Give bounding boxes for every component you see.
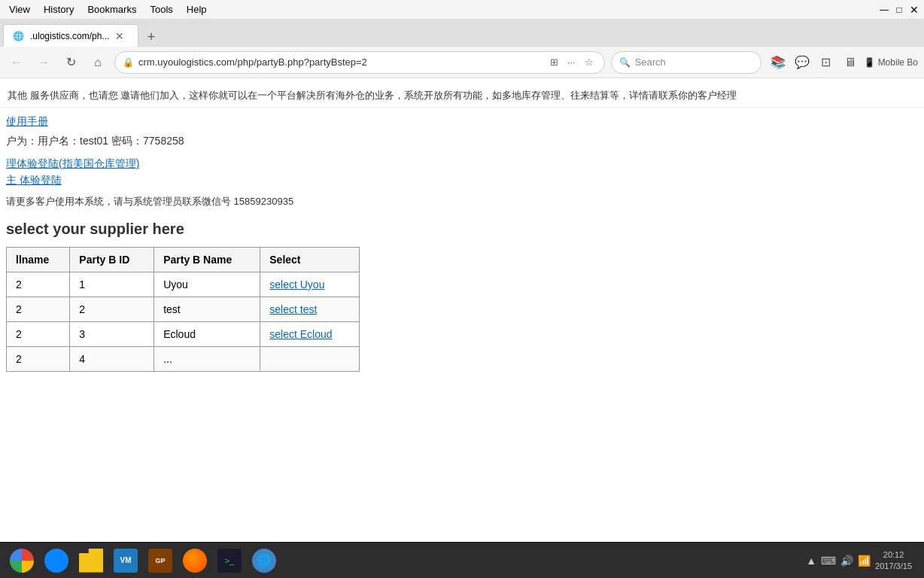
network-icon: 🌐 — [252, 549, 276, 573]
cell-party-b-id: 2 — [70, 297, 154, 322]
table-row: 23Ecloudselect Ecloud — [7, 322, 360, 347]
select-link[interactable]: select test — [269, 303, 317, 315]
table-row: 22testselect test — [7, 297, 360, 322]
cell-party-b-id: 4 — [70, 347, 154, 372]
menu-tools[interactable]: Tools — [144, 2, 178, 17]
col-party-b-name: Party B Name — [154, 248, 260, 272]
cell-party-b-id: 1 — [70, 272, 154, 297]
cell-party-b-name: test — [154, 297, 260, 322]
tab-close-button[interactable]: ✕ — [115, 30, 124, 42]
account-info: 户为：用户名：test01 密码：7758258 — [6, 135, 918, 148]
minimize-button[interactable]: — — [877, 3, 891, 17]
tray-keyboard-icon[interactable]: ⌨ — [821, 555, 836, 567]
main-content: 使用手册 户为：用户名：test01 密码：7758258 理体验登陆(指美国仓… — [0, 108, 924, 379]
taskbar: VM GP >_ 🌐 ▲ ⌨ 🔊 📶 20:12 2017/3/15 — [0, 542, 924, 578]
cell-select — [260, 347, 360, 372]
mobile-icon: 📱 — [864, 57, 875, 68]
chrome-icon — [10, 549, 34, 573]
files-icon — [79, 549, 103, 573]
taskbar-tray: ▲ ⌨ 🔊 📶 20:12 2017/3/15 — [800, 549, 918, 571]
cell-llname: 2 — [7, 297, 70, 322]
cell-select: select Ecloud — [260, 322, 360, 347]
app-gimp[interactable]: GP — [144, 545, 176, 576]
nav-extras: 📚 💬 ⊡ 🖥 📱 Mobile Bo — [767, 52, 918, 73]
terminal-icon: >_ — [217, 549, 242, 573]
mobile-bo-text: Mobile Bo — [878, 57, 918, 68]
menu-help[interactable]: Help — [181, 2, 213, 17]
home-button[interactable]: ⌂ — [87, 52, 108, 73]
back-button[interactable]: ← — [6, 52, 27, 73]
banner-text: 其他 服务供应商，也请您 邀请他们加入，这样你就可以在一个平台解决所有海外仓的业… — [0, 89, 744, 102]
close-button[interactable]: ✕ — [907, 3, 921, 17]
page-content: 其他 服务供应商，也请您 邀请他们加入，这样你就可以在一个平台解决所有海外仓的业… — [0, 78, 924, 542]
bookmark-icon[interactable]: ☆ — [582, 55, 597, 69]
screen-icon[interactable]: 🖥 — [840, 52, 861, 73]
forward-button[interactable]: → — [33, 52, 54, 73]
user-manual-link[interactable]: 使用手册 — [6, 115, 918, 129]
select-link[interactable]: select Ecloud — [269, 328, 332, 340]
firefox-icon — [183, 549, 207, 573]
menu-history[interactable]: History — [38, 2, 80, 17]
tab-favicon: 🌐 — [13, 31, 24, 41]
mobile-bo-label: 📱 Mobile Bo — [864, 57, 918, 68]
library-icon[interactable]: 📚 — [767, 52, 789, 73]
select-link[interactable]: select Uyou — [269, 278, 324, 291]
nav-bar: ← → ↻ ⌂ 🔒 crm.uyoulogistics.com/php/part… — [0, 47, 924, 78]
banner: 其他 服务供应商，也请您 邀请他们加入，这样你就可以在一个平台解决所有海外仓的业… — [0, 84, 924, 108]
more-icon[interactable]: ··· — [564, 55, 579, 69]
cell-party-b-name: Uyou — [154, 272, 260, 297]
reload-button[interactable]: ↻ — [60, 52, 81, 73]
cell-party-b-name: Ecloud — [154, 322, 260, 347]
col-llname: llname — [7, 248, 70, 272]
search-icon: 🔍 — [619, 57, 631, 68]
app-vm[interactable]: VM — [110, 545, 141, 576]
tab-title: .ulogistics.com/ph... — [30, 31, 109, 41]
supplier-heading: select your supplier here — [6, 221, 918, 238]
cell-llname: 2 — [7, 272, 70, 297]
menu-view[interactable]: View — [3, 2, 36, 17]
search-bar[interactable]: 🔍 Search — [611, 51, 761, 74]
tray-volume-icon[interactable]: 🔊 — [840, 555, 853, 567]
tray-clock: 20:12 2017/3/15 — [875, 549, 912, 571]
maximize-button[interactable]: □ — [892, 3, 906, 17]
tray-network-icon[interactable]: 📶 — [858, 555, 871, 567]
tray-date-text: 2017/3/15 — [875, 561, 912, 571]
menu-bookmarks[interactable]: Bookmarks — [81, 2, 142, 17]
supplier-table: llname Party B ID Party B Name Select 21… — [6, 247, 360, 372]
experience-link-1[interactable]: 理体验登陆(指美国仓库管理) — [6, 157, 918, 171]
address-bar[interactable]: 🔒 crm.uyoulogistics.com/php/partyB.php?p… — [114, 51, 605, 74]
cell-party-b-name: ... — [154, 347, 260, 372]
tray-arrow-icon[interactable]: ▲ — [806, 555, 816, 567]
tab-bar: 🌐 .ulogistics.com/ph... ✕ + — [0, 20, 924, 47]
app-terminal[interactable]: >_ — [214, 545, 245, 576]
lock-icon: 🔒 — [123, 57, 134, 68]
cell-party-b-id: 3 — [70, 322, 154, 347]
col-party-b-id: Party B ID — [70, 248, 154, 272]
app-firefox[interactable] — [179, 545, 211, 576]
contact-info: 请更多客户使用本系统，请与系统管理员联系微信号 15859230935 — [6, 195, 918, 208]
app-thunderbird[interactable] — [41, 545, 72, 576]
app-files[interactable] — [75, 545, 107, 576]
col-select: Select — [260, 248, 360, 272]
cell-select: select Uyou — [260, 272, 360, 297]
table-header-row: llname Party B ID Party B Name Select — [7, 248, 360, 272]
new-tab-button[interactable]: + — [141, 27, 161, 47]
experience-link-2[interactable]: 主 体验登陆 — [6, 174, 918, 187]
tray-time-text: 20:12 — [875, 549, 912, 560]
qr-icon[interactable]: ⊞ — [547, 55, 561, 69]
thunderbird-icon — [44, 549, 68, 573]
app-chrome[interactable] — [6, 545, 38, 576]
cell-llname: 2 — [7, 322, 70, 347]
container-icon[interactable]: ⊡ — [816, 52, 837, 73]
vm-icon: VM — [114, 549, 138, 573]
chat-icon[interactable]: 💬 — [792, 52, 813, 73]
active-tab[interactable]: 🌐 .ulogistics.com/ph... ✕ — [3, 24, 138, 47]
app-network[interactable]: 🌐 — [248, 545, 280, 576]
search-placeholder: Search — [635, 56, 666, 68]
table-row: 24... — [7, 347, 360, 372]
address-text: crm.uyoulogistics.com/php/partyB.php?par… — [138, 56, 543, 68]
gimp-icon: GP — [148, 549, 172, 573]
cell-llname: 2 — [7, 347, 70, 372]
menu-bar: View History Bookmarks Tools Help — □ ✕ — [0, 0, 924, 20]
cell-select: select test — [260, 297, 360, 322]
